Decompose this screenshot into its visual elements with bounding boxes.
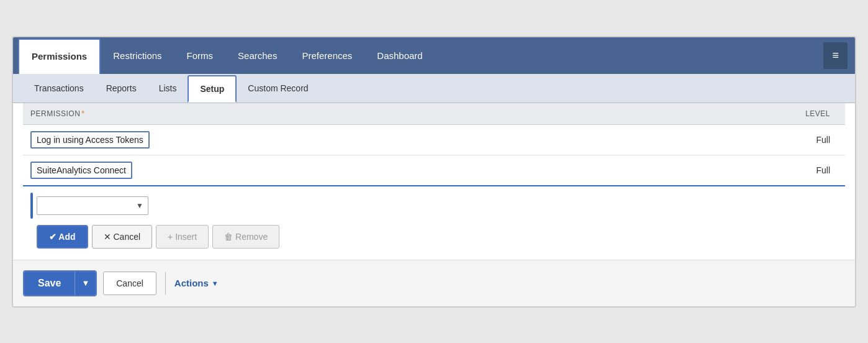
sub-nav-setup[interactable]: Setup: [188, 75, 237, 103]
permissions-table: PERMISSION* LEVEL Log in using Access To…: [23, 103, 845, 255]
table-row: Log in using Access Tokens Full: [23, 124, 845, 155]
permission-column-header: PERMISSION*: [23, 103, 631, 125]
actions-button[interactable]: Actions ▼: [174, 278, 219, 288]
save-button-group: Save ▼: [23, 270, 97, 296]
nav-item-forms[interactable]: Forms: [174, 37, 226, 74]
save-dropdown-button[interactable]: ▼: [75, 272, 96, 295]
footer-cancel-button[interactable]: Cancel: [103, 272, 156, 295]
sub-nav-transactions[interactable]: Transactions: [23, 74, 95, 103]
sub-nav-lists[interactable]: Lists: [148, 74, 188, 103]
cancel-edit-button[interactable]: ✕ Cancel: [92, 225, 152, 249]
sub-nav-custom-record[interactable]: Custom Record: [237, 74, 319, 103]
edit-cell: ▼ ✔ Add ✕ Cancel + Insert 🗑 Remove: [23, 186, 845, 255]
nav-item-dashboard[interactable]: Dashboard: [364, 37, 435, 74]
required-star: *: [81, 109, 84, 118]
level-cell-1: Full: [631, 124, 845, 155]
insert-button[interactable]: + Insert: [156, 225, 209, 249]
permission-value-1: Log in using Access Tokens: [30, 131, 150, 149]
permission-cell-2: SuiteAnalytics Connect: [23, 155, 631, 186]
edit-left-bar: [30, 193, 33, 219]
permission-cell-1: Log in using Access Tokens: [23, 124, 631, 155]
footer-divider: [165, 272, 166, 295]
nav-item-permissions[interactable]: Permissions: [18, 39, 101, 74]
sub-nav-reports[interactable]: Reports: [95, 74, 148, 103]
edit-row: ▼ ✔ Add ✕ Cancel + Insert 🗑 Remove: [23, 186, 845, 255]
edit-row-inner: ▼: [30, 193, 838, 219]
level-cell-2: Full: [631, 155, 845, 186]
actions-label: Actions: [174, 278, 209, 288]
permission-value-2: SuiteAnalytics Connect: [30, 162, 132, 179]
table-row: SuiteAnalytics Connect Full: [23, 155, 845, 186]
permission-dropdown-wrapper: ▼: [37, 196, 148, 215]
actions-arrow-icon: ▼: [212, 280, 219, 287]
level-column-header: LEVEL: [631, 103, 845, 125]
nav-item-preferences[interactable]: Preferences: [289, 37, 364, 74]
edit-action-buttons: ✔ Add ✕ Cancel + Insert 🗑 Remove: [37, 225, 838, 249]
permission-dropdown[interactable]: [37, 196, 148, 215]
top-menu-button[interactable]: ≡: [823, 42, 848, 69]
nav-item-searches[interactable]: Searches: [225, 37, 289, 74]
top-navigation: Permissions Restrictions Forms Searches …: [13, 37, 855, 74]
nav-item-restrictions[interactable]: Restrictions: [101, 37, 174, 74]
add-button[interactable]: ✔ Add: [37, 225, 88, 249]
permissions-table-area: PERMISSION* LEVEL Log in using Access To…: [13, 103, 855, 260]
remove-button[interactable]: 🗑 Remove: [212, 225, 279, 249]
sub-navigation: Transactions Reports Lists Setup Custom …: [13, 74, 855, 103]
save-button[interactable]: Save: [24, 272, 75, 295]
footer: Save ▼ Cancel Actions ▼: [13, 260, 855, 306]
